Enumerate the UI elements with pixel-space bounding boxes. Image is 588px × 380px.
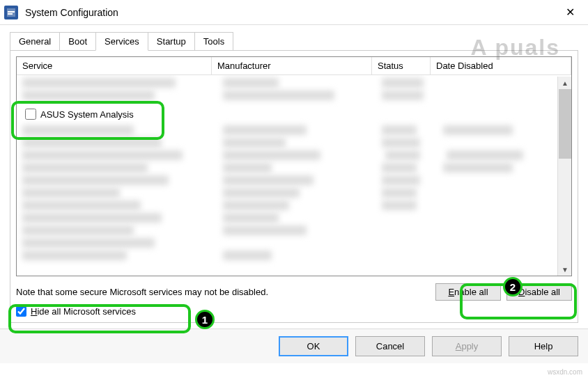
services-list[interactable]: Service Manufacturer Status Date Disable… bbox=[16, 56, 572, 276]
enable-all-button[interactable]: Enable all bbox=[435, 283, 501, 301]
scrollbar-vertical[interactable]: ▲ ▼ bbox=[557, 77, 571, 276]
scroll-down-arrow[interactable]: ▼ bbox=[558, 263, 572, 276]
note-text: Note that some secure Microsoft services… bbox=[16, 287, 430, 297]
dialog-button-row: OK Cancel Apply Help bbox=[0, 328, 588, 363]
cancel-button[interactable]: Cancel bbox=[355, 336, 425, 356]
svg-rect-2 bbox=[8, 13, 13, 15]
window-title: System Configuration bbox=[25, 7, 556, 18]
svg-rect-1 bbox=[8, 11, 15, 13]
col-header-manufacturer[interactable]: Manufacturer bbox=[212, 57, 372, 74]
col-header-status[interactable]: Status bbox=[372, 57, 431, 74]
annotation-badge-2: 2 bbox=[503, 277, 523, 296]
annotation-badge-1: 1 bbox=[195, 310, 215, 329]
tab-boot[interactable]: Boot bbox=[59, 32, 96, 50]
tab-startup[interactable]: Startup bbox=[148, 32, 195, 50]
scroll-up-arrow[interactable]: ▲ bbox=[558, 77, 572, 89]
ok-button[interactable]: OK bbox=[279, 336, 348, 356]
col-header-service[interactable]: Service bbox=[17, 57, 212, 74]
watermark-brand: A puals bbox=[471, 35, 560, 61]
service-label-asus: ASUS System Analysis bbox=[40, 109, 134, 120]
apply-button[interactable]: Apply bbox=[432, 336, 502, 356]
service-checkbox-asus[interactable] bbox=[25, 109, 36, 120]
help-button[interactable]: Help bbox=[509, 336, 578, 356]
scroll-thumb[interactable] bbox=[559, 89, 571, 159]
msconfig-icon bbox=[4, 6, 18, 19]
hide-microsoft-label[interactable]: Hide all Microsoft services bbox=[31, 306, 136, 317]
tab-general[interactable]: General bbox=[10, 32, 60, 50]
close-button[interactable]: ✕ bbox=[556, 2, 584, 23]
tab-tools[interactable]: Tools bbox=[194, 32, 233, 50]
tab-services[interactable]: Services bbox=[95, 32, 148, 51]
hide-microsoft-checkbox[interactable] bbox=[16, 306, 26, 317]
service-row-asus[interactable]: ASUS System Analysis bbox=[22, 107, 137, 121]
watermark-site: wsxdn.com bbox=[548, 368, 582, 376]
